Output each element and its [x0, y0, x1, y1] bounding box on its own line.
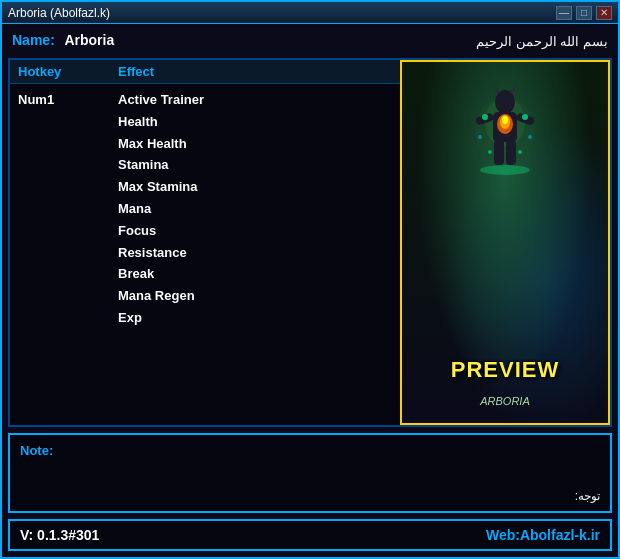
window-controls: — □ ✕	[556, 6, 612, 20]
version-text: V: 0.1.3#301	[20, 527, 99, 543]
close-button[interactable]: ✕	[596, 6, 612, 20]
preview-image: PREVIEW ARBORIA	[400, 60, 610, 425]
svg-point-19	[480, 165, 530, 175]
footer: V: 0.1.3#301 Web:Abolfazl-k.ir	[8, 519, 612, 551]
effect-exp: Exp	[118, 308, 392, 329]
table-body: Num1 Active Trainer Health Max Health St…	[10, 84, 400, 335]
main-window: Arboria (Abolfazl.k) — □ ✕ Name: Arboria…	[0, 0, 620, 559]
maximize-button[interactable]: □	[576, 6, 592, 20]
name-label: Name:	[12, 32, 55, 48]
effect-stamina: Stamina	[118, 155, 392, 176]
hotkey-table: Hotkey Effect Num1 Active Trainer Health…	[10, 60, 400, 425]
title-bar: Arboria (Abolfazl.k) — □ ✕	[2, 2, 618, 24]
svg-text:ARBORIA: ARBORIA	[479, 395, 530, 407]
table-header: Hotkey Effect	[10, 60, 400, 84]
minimize-button[interactable]: —	[556, 6, 572, 20]
effect-active-trainer: Active Trainer	[118, 90, 392, 111]
name-row: Name: Arboria بسم الله الرحمن الرحيم	[8, 30, 612, 52]
website-text: Web:Abolfazl-k.ir	[486, 527, 600, 543]
svg-point-12	[502, 116, 508, 124]
svg-point-17	[488, 150, 492, 154]
window-title: Arboria (Abolfazl.k)	[8, 6, 110, 20]
svg-point-14	[522, 114, 528, 120]
svg-point-13	[482, 114, 488, 120]
effect-max-health: Max Health	[118, 134, 392, 155]
svg-marker-3	[493, 84, 501, 94]
preview-game-logo: ARBORIA	[465, 391, 545, 413]
main-content: Name: Arboria بسم الله الرحمن الرحيم Hot…	[2, 24, 618, 557]
effect-max-stamina: Max Stamina	[118, 177, 392, 198]
effect-break: Break	[118, 264, 392, 285]
arabic-bismillah: بسم الله الرحمن الرحيم	[476, 34, 608, 49]
note-arabic: توجه:	[20, 489, 600, 503]
character-sprite	[465, 82, 545, 202]
note-label: Note:	[20, 443, 600, 458]
svg-point-2	[495, 90, 515, 114]
effect-column-header: Effect	[118, 64, 392, 79]
name-display: Name: Arboria	[12, 32, 114, 50]
effects-cell: Active Trainer Health Max Health Stamina…	[118, 90, 392, 329]
hotkey-column-header: Hotkey	[18, 64, 118, 79]
svg-point-15	[478, 135, 482, 139]
svg-point-18	[518, 150, 522, 154]
note-section: Note: توجه:	[8, 433, 612, 513]
svg-rect-9	[506, 140, 516, 165]
effect-health: Health	[118, 112, 392, 133]
svg-marker-4	[509, 84, 517, 94]
hotkey-cell: Num1	[18, 90, 118, 329]
svg-rect-8	[494, 140, 504, 165]
trainer-panel: Hotkey Effect Num1 Active Trainer Health…	[8, 58, 612, 427]
effect-mana: Mana	[118, 199, 392, 220]
effect-mana-regen: Mana Regen	[118, 286, 392, 307]
name-value: Arboria	[64, 32, 114, 48]
effect-focus: Focus	[118, 221, 392, 242]
effect-resistance: Resistance	[118, 243, 392, 264]
svg-point-16	[528, 135, 532, 139]
preview-label: PREVIEW	[451, 357, 559, 383]
